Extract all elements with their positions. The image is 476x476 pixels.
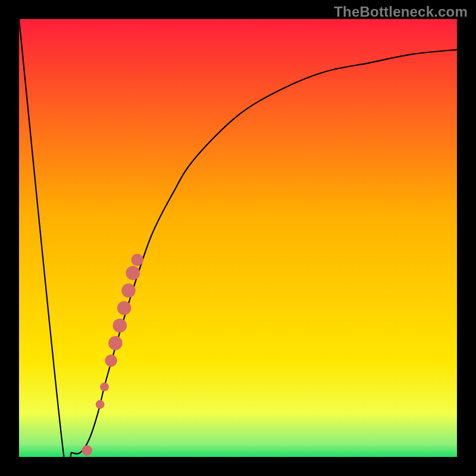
data-marker <box>96 400 105 409</box>
data-marker <box>105 355 117 367</box>
data-marker <box>126 266 140 280</box>
data-marker <box>108 336 123 350</box>
gradient-background <box>19 19 457 457</box>
watermark-text: TheBottleneck.com <box>334 4 468 20</box>
data-marker <box>113 318 127 333</box>
chart-plot-area <box>19 19 457 457</box>
data-marker <box>82 445 92 456</box>
data-marker <box>131 253 143 266</box>
data-marker <box>100 383 109 392</box>
bottleneck-chart <box>19 19 457 457</box>
data-marker <box>121 284 136 298</box>
data-marker <box>117 301 131 315</box>
chart-frame: TheBottleneck.com <box>0 0 476 476</box>
